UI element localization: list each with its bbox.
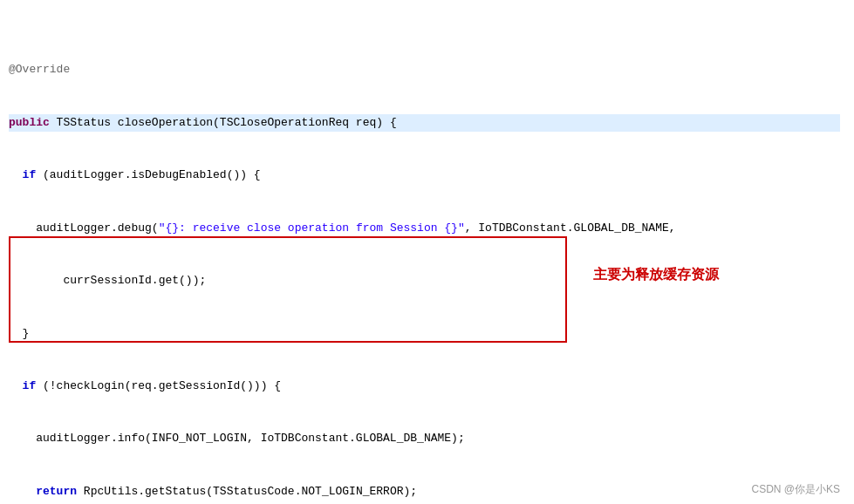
line-2: public TSStatus closeOperation(TSCloseOp… [9,114,840,132]
code-container: @Override public TSStatus closeOperation… [0,0,854,504]
code-block: @Override public TSStatus closeOperation… [9,9,840,504]
annotation-text: 主要为释放缓存资源 [593,266,719,284]
line-3: if (auditLogger.isDebugEnabled()) { [9,167,840,184]
line-1: @Override [9,61,840,78]
line-7: if (!checkLogin(req.getSessionId())) { [9,378,840,395]
line-6: } [9,325,840,343]
annotation-decorator: @Override [9,63,70,76]
line-4: auditLogger.debug("{}: receive close ope… [9,220,840,237]
watermark: CSDN @你是小KS [751,482,840,497]
line-9: return RpcUtils.getStatus(TSStatusCode.N… [9,483,840,501]
line-8: auditLogger.info(INFO_NOT_LOGIN, IoTDBCo… [9,430,840,447]
